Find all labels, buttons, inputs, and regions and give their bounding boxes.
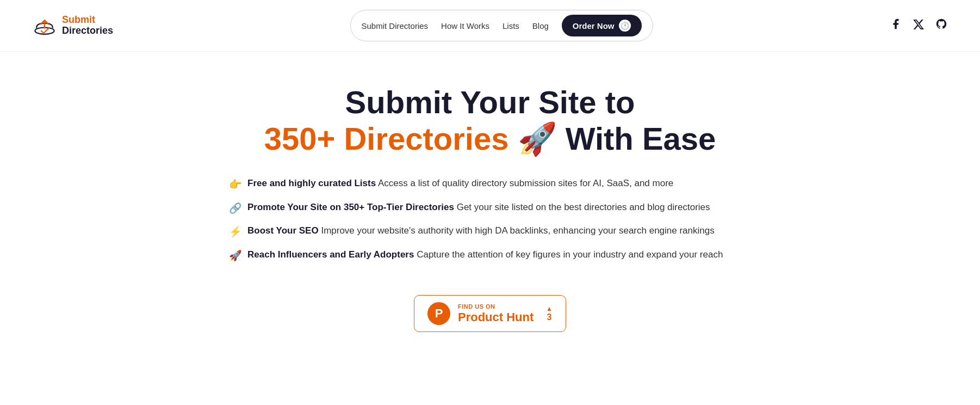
nav-blog[interactable]: Blog (532, 21, 549, 30)
main-nav: Submit Directories How It Works Lists Bl… (350, 10, 653, 41)
producthunt-find-us-label: FIND US ON (458, 303, 534, 310)
feature-item-2: 🔗 Promote Your Site on 350+ Top-Tier Dir… (229, 200, 751, 217)
nav-lists[interactable]: Lists (503, 21, 519, 30)
logo[interactable]: Submit Directories (33, 14, 113, 38)
hero-line2: 350+ Directories 🚀 With Ease (264, 121, 716, 157)
producthunt-text: FIND US ON Product Hunt (458, 303, 534, 325)
feature-bold-2: Promote Your Site on 350+ Top-Tier Direc… (247, 202, 454, 212)
x-twitter-icon (913, 19, 925, 30)
producthunt-upvote-count: 3 (547, 312, 552, 322)
logo-icon (33, 14, 57, 38)
feature-desc-2: Get your site listed on the best directo… (457, 202, 710, 212)
feature-emoji-2: 🔗 (229, 201, 242, 217)
hero-rocket-emoji: 🚀 (518, 121, 566, 156)
producthunt-logo: P (427, 302, 450, 325)
order-now-button[interactable]: Order Now 🕐 (562, 15, 642, 36)
feature-bold-4: Reach Influencers and Early Adopters (247, 249, 414, 260)
clock-icon: 🕐 (619, 20, 631, 32)
nav-how-it-works[interactable]: How It Works (441, 21, 489, 30)
feature-emoji-3: ⚡ (229, 224, 242, 240)
producthunt-name: Product Hunt (458, 310, 534, 324)
feature-bold-1: Free and highly curated Lists (247, 178, 376, 188)
logo-directories-text: Directories (62, 26, 113, 36)
producthunt-badge[interactable]: P FIND US ON Product Hunt ▲ 3 (414, 295, 566, 332)
nav-submit-directories[interactable]: Submit Directories (362, 21, 429, 30)
feature-text-1: Free and highly curated Lists Access a l… (247, 176, 673, 191)
social-links (890, 18, 947, 33)
feature-item-3: ⚡ Boost Your SEO Improve your website's … (229, 224, 751, 240)
features-list: 👉 Free and highly curated Lists Access a… (229, 176, 751, 271)
hero-line2-orange: 350+ Directories (264, 121, 509, 156)
feature-emoji-1: 👉 (229, 177, 242, 193)
hero-line1: Submit Your Site to (264, 84, 716, 121)
feature-bold-3: Boost Your SEO (247, 225, 319, 236)
feature-text-4: Reach Influencers and Early Adopters Cap… (247, 248, 723, 262)
github-icon (935, 18, 947, 30)
facebook-link[interactable] (890, 18, 902, 33)
feature-text-2: Promote Your Site on 350+ Top-Tier Direc… (247, 200, 710, 214)
feature-desc-1: Access a list of quality directory submi… (378, 178, 673, 188)
producthunt-upvote-arrow: ▲ (546, 305, 553, 312)
order-now-label: Order Now (573, 21, 615, 30)
producthunt-upvote: ▲ 3 (546, 305, 553, 322)
feature-item-4: 🚀 Reach Influencers and Early Adopters C… (229, 248, 751, 264)
feature-desc-3: Improve your website's authority with hi… (321, 225, 714, 236)
feature-item-1: 👉 Free and highly curated Lists Access a… (229, 176, 751, 193)
feature-desc-4: Capture the attention of key figures in … (417, 249, 723, 260)
github-link[interactable] (935, 18, 947, 33)
twitter-x-link[interactable] (913, 19, 925, 33)
facebook-icon (890, 18, 902, 30)
feature-emoji-4: 🚀 (229, 248, 242, 264)
logo-submit-text: Submit (62, 15, 113, 26)
hero-line2-dark: With Ease (566, 121, 716, 156)
hero-title: Submit Your Site to 350+ Directories 🚀 W… (264, 84, 716, 157)
feature-text-3: Boost Your SEO Improve your website's au… (247, 224, 715, 238)
